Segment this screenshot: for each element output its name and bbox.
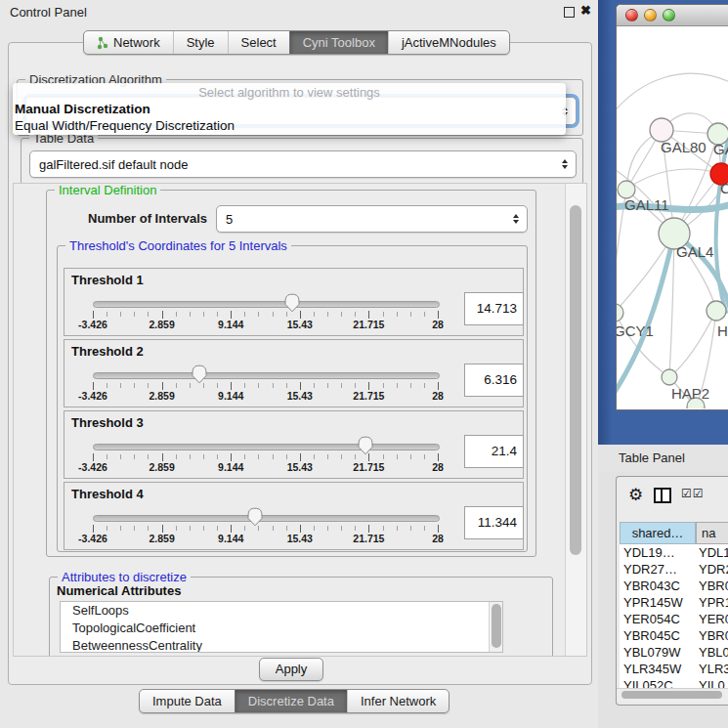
- tick-mark: [273, 383, 274, 388]
- number-of-intervals-combo[interactable]: 5: [216, 205, 528, 233]
- algorithm-option-equal-width-frequency[interactable]: Equal Width/Frequency Discretization: [13, 117, 566, 134]
- threshold-value-field[interactable]: 6.316: [464, 364, 524, 397]
- threshold-label: Threshold 2: [71, 344, 144, 359]
- tick-mark: [148, 526, 149, 531]
- tick-label: 2.859: [133, 533, 192, 544]
- settings-scrollbar[interactable]: [565, 184, 586, 656]
- attribute-list-item[interactable]: TopologicalCoefficient: [61, 620, 502, 637]
- tick-label: 21.715: [339, 533, 398, 544]
- threshold-slider-track[interactable]: [93, 301, 440, 308]
- table-hscrollbar[interactable]: [617, 688, 728, 702]
- tab-network[interactable]: Network: [84, 31, 173, 54]
- tick-mark: [93, 453, 94, 461]
- table-row[interactable]: YDL19…YDL1: [620, 544, 728, 561]
- table-data-group: Table Data galFiltered.sif default node: [21, 138, 583, 185]
- table-row[interactable]: YBL079WYBL0: [620, 644, 728, 661]
- network-node[interactable]: [707, 301, 726, 321]
- tick-label: 15.43: [271, 319, 329, 330]
- network-edge[interactable]: [626, 169, 721, 190]
- list-scrollbar-thumb[interactable]: [492, 604, 501, 648]
- threshold-slider-track[interactable]: [93, 515, 440, 522]
- gear-icon[interactable]: ⚙: [628, 485, 643, 505]
- tick-mark: [438, 453, 439, 461]
- network-edge[interactable]: [617, 73, 728, 124]
- minimize-traffic-light-icon[interactable]: [644, 9, 657, 21]
- tab-impute-data[interactable]: Impute Data: [140, 690, 235, 712]
- network-canvas[interactable]: GAL80GACGAL11GAL4GCY1HHAP2: [617, 26, 728, 408]
- tick-mark: [244, 526, 245, 531]
- tick-label: -3.426: [64, 461, 122, 473]
- network-edge[interactable]: [669, 311, 716, 377]
- tick-mark: [314, 383, 315, 388]
- float-window-icon[interactable]: [564, 7, 575, 18]
- tick-label: 2.859: [133, 390, 192, 402]
- panel-title: Control Panel: [10, 5, 87, 20]
- apply-button[interactable]: Apply: [259, 658, 323, 681]
- tab-select[interactable]: Select: [228, 31, 289, 54]
- tab-discretize-data[interactable]: Discretize Data: [235, 690, 347, 712]
- tick-mark: [273, 526, 274, 531]
- select-checkboxes-icon[interactable]: ☑☑: [681, 487, 705, 500]
- tick-mark: [383, 383, 384, 388]
- tick-mark: [327, 383, 328, 388]
- attribute-list-item[interactable]: SelfLoops: [61, 602, 502, 620]
- threshold-slider-track[interactable]: [93, 372, 440, 379]
- tick-mark: [176, 312, 177, 317]
- column-header-name[interactable]: na: [696, 522, 728, 544]
- network-node[interactable]: [662, 369, 677, 385]
- threshold-value-field[interactable]: 14.713: [464, 292, 524, 325]
- desktop-area: GAL80GACGAL11GAL4GCY1HHAP2 Table Panel ⚙…: [598, 0, 728, 728]
- table-row[interactable]: YIL052CYIL0: [620, 677, 728, 688]
- close-icon[interactable]: ✖: [580, 4, 591, 18]
- tick-mark: [176, 454, 177, 459]
- table-row[interactable]: YLR345WYLR3: [620, 661, 728, 677]
- threshold-value-field[interactable]: 11.344: [464, 506, 524, 539]
- tab-style[interactable]: Style: [173, 31, 228, 54]
- table-hscrollbar-thumb[interactable]: [621, 691, 722, 699]
- threshold-slider-track[interactable]: [93, 444, 440, 450]
- tick-mark: [93, 311, 94, 319]
- close-traffic-light-icon[interactable]: [625, 9, 638, 21]
- tab-jactivemnodules[interactable]: jActiveMNodules: [388, 31, 509, 54]
- tick-mark: [383, 454, 384, 459]
- network-node-label: C: [720, 180, 728, 196]
- table-row[interactable]: YPR145WYPR1: [620, 594, 728, 611]
- settings-scrollbar-thumb[interactable]: [570, 205, 581, 555]
- tick-label: 28: [408, 533, 467, 544]
- tick-label: 28: [408, 390, 467, 402]
- threshold-value-field[interactable]: 21.4: [464, 435, 524, 468]
- algorithm-option-manual-discretization[interactable]: Manual Discretization: [13, 101, 566, 117]
- network-node-label: GA: [713, 141, 728, 157]
- tick-label: 2.859: [133, 461, 192, 473]
- table-data-combo[interactable]: galFiltered.sif default node: [29, 150, 577, 178]
- network-node[interactable]: [617, 304, 623, 321]
- threshold-slider-thumb[interactable]: [357, 436, 374, 455]
- table-row[interactable]: YDR27…YDR2: [620, 561, 728, 578]
- list-scrollbar[interactable]: [489, 602, 502, 652]
- tick-mark: [203, 526, 204, 531]
- table-row[interactable]: YER054CYER0: [620, 611, 728, 627]
- tick-mark: [327, 312, 328, 317]
- zoom-traffic-light-icon[interactable]: [663, 9, 675, 21]
- threshold-slider-thumb[interactable]: [246, 507, 264, 527]
- attribute-list-item[interactable]: BetweennessCentrality: [61, 637, 502, 653]
- tick-mark: [162, 382, 163, 390]
- group-title: Attributes to discretize: [58, 570, 191, 584]
- interval-definition-group: Interval Definition Number of Intervals …: [46, 190, 536, 557]
- tick-label: 9.144: [201, 390, 260, 402]
- columns-icon[interactable]: [654, 488, 671, 503]
- tick-mark: [438, 311, 439, 319]
- threshold-slider-thumb[interactable]: [283, 293, 301, 313]
- threshold-slider-thumb[interactable]: [191, 364, 208, 384]
- tick-mark: [273, 454, 274, 459]
- control-panel-window: Control Panel ✖ Network Style Select Cyn…: [0, 0, 598, 728]
- tab-infer-network[interactable]: Infer Network: [347, 690, 449, 712]
- threshold-panel: Threshold 3-3.4262.8599.14415.4321.71528…: [64, 410, 524, 479]
- column-header-shared-name[interactable]: shared…: [620, 522, 696, 544]
- tab-cyni-toolbox[interactable]: Cyni Toolbox: [289, 31, 388, 54]
- table-row[interactable]: YBR045CYBR0: [620, 627, 728, 644]
- tick-mark: [424, 526, 425, 531]
- tick-mark: [410, 526, 411, 531]
- table-row[interactable]: YBR043CYBR0: [620, 578, 728, 594]
- tick-mark: [368, 525, 369, 533]
